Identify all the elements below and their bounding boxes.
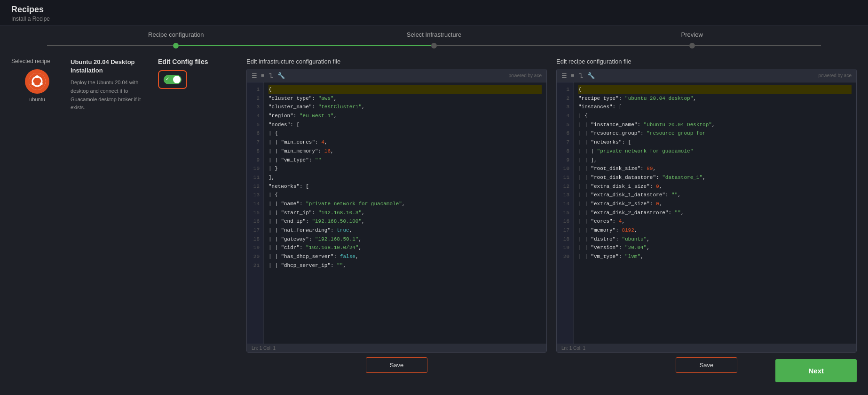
code-line: | | "gateway": "192.168.50.1", bbox=[268, 235, 542, 244]
page-title: Recipes bbox=[11, 5, 857, 15]
wrench-icon-2[interactable]: 🔧 bbox=[587, 72, 595, 79]
code-line: | | "resource_group": "resource group fo… bbox=[578, 129, 852, 138]
code-line: | | "extra_disk_1_datastore": "", bbox=[578, 191, 852, 200]
recipe-toolbar: ☰ ≡ ⇅ 🔧 powered by ace bbox=[557, 69, 856, 82]
code-line: | } bbox=[268, 164, 542, 173]
recipe-save-button[interactable]: Save bbox=[676, 357, 738, 373]
code-line: | | "instance_name": "Ubuntu 20.04 Deskt… bbox=[578, 121, 852, 129]
recipe-info-section: Ubuntu 20.04 Desktop installation Deploy… bbox=[71, 58, 150, 373]
breadcrumb: Install a Recipe bbox=[11, 16, 857, 22]
sort-icon-2[interactable]: ⇅ bbox=[578, 72, 584, 79]
infra-code-editor[interactable]: ☰ ≡ ⇅ 🔧 powered by ace 12345678910111213… bbox=[246, 69, 547, 353]
code-line: | | "extra_disk_2_datastrore": "", bbox=[578, 209, 852, 218]
step-1-right-line bbox=[179, 45, 305, 46]
align-center-icon-2[interactable]: ≡ bbox=[571, 72, 575, 79]
selected-recipe-section: Selected recipe ubuntu bbox=[11, 58, 63, 373]
align-left-icon[interactable]: ☰ bbox=[252, 72, 257, 79]
code-line: | | "dhcp_server_ip": "", bbox=[268, 261, 542, 270]
recipe-title: Ubuntu 20.04 Desktop installation bbox=[71, 58, 150, 75]
code-line: | | "min_memory": 16, bbox=[268, 147, 542, 156]
step-2-label: Select Infrastructure bbox=[407, 31, 461, 38]
align-center-icon[interactable]: ≡ bbox=[261, 72, 265, 79]
infra-toolbar: ☰ ≡ ⇅ 🔧 powered by ace bbox=[247, 69, 546, 82]
recipe-code-content[interactable]: { "recipe_type": "ubuntu_20.04_desktop",… bbox=[574, 82, 856, 344]
recipe-code-editor[interactable]: ☰ ≡ ⇅ 🔧 powered by ace 12345678910111213… bbox=[556, 69, 857, 353]
code-line: | | "has_dhcp_server": false, bbox=[268, 252, 542, 261]
code-line: | | "extra_disk_1_size": 0, bbox=[578, 182, 852, 191]
step-3-label: Preview bbox=[681, 31, 703, 38]
code-line: "instances": [ bbox=[578, 103, 852, 112]
step-1-label: Recipe configuration bbox=[148, 31, 204, 38]
code-line: | | "cores": 4, bbox=[578, 217, 852, 226]
step-2-dot bbox=[431, 43, 437, 48]
next-btn-container: Next bbox=[775, 359, 857, 382]
code-line: | | "vm_type": "" bbox=[268, 156, 542, 165]
infra-code-content[interactable]: { "cluster_type": "aws", "cluster_name":… bbox=[264, 82, 546, 344]
edit-config-box: ✓ bbox=[158, 70, 187, 89]
recipe-name: ubuntu bbox=[29, 97, 45, 102]
align-left-icon-2[interactable]: ☰ bbox=[561, 72, 567, 79]
sort-icon[interactable]: ⇅ bbox=[268, 72, 274, 79]
config-toggle-section: Edit Config files ✓ bbox=[158, 58, 233, 373]
edit-config-toggle[interactable]: ✓ bbox=[164, 75, 181, 84]
infra-editor-title: Edit infrastructure configuration file bbox=[246, 58, 547, 65]
infra-line-numbers: 123456789101112131415161718192021 bbox=[247, 82, 264, 344]
code-line: | { bbox=[268, 191, 542, 200]
step-3-dot bbox=[689, 43, 695, 48]
code-line: | | "start_ip": "192.168.10.3", bbox=[268, 209, 542, 218]
recipe-description: Deploy the Ubuntu 20.04 with desktop and… bbox=[71, 79, 150, 112]
recipe-powered-by: powered by ace bbox=[818, 73, 852, 78]
code-line: { bbox=[578, 85, 852, 94]
wrench-icon[interactable]: 🔧 bbox=[277, 72, 285, 79]
step-1-left-line bbox=[47, 45, 173, 46]
code-line: | | "nat_forwarding": true, bbox=[268, 226, 542, 235]
step-2-right-line bbox=[437, 45, 563, 46]
code-line: | { bbox=[578, 112, 852, 121]
recipe-icon-inner bbox=[29, 73, 46, 90]
code-line: | | "vm_type": "lvm", bbox=[578, 252, 852, 261]
code-line: | | "version": "20.04", bbox=[578, 243, 852, 252]
step-select-infrastructure: Select Infrastructure bbox=[305, 31, 563, 48]
infra-editor-status: Ln: 1 Col: 1 bbox=[247, 344, 546, 352]
recipe-editor-status: Ln: 1 Col: 1 bbox=[557, 344, 856, 352]
steps-bar: Recipe configuration Select Infrastructu… bbox=[0, 25, 868, 48]
code-line: | { bbox=[268, 129, 542, 138]
code-line: "region": "eu-west-1", bbox=[268, 112, 542, 121]
recipe-icon bbox=[25, 69, 49, 94]
infra-toolbar-left: ☰ ≡ ⇅ 🔧 bbox=[252, 72, 285, 79]
svg-point-4 bbox=[40, 82, 43, 85]
next-button[interactable]: Next bbox=[775, 359, 857, 382]
step-preview: Preview bbox=[563, 31, 821, 48]
code-line: | | | "private network for guacamole" bbox=[578, 147, 852, 156]
code-line: | | "root_disk_size": 80, bbox=[578, 164, 852, 173]
code-line: "cluster_type": "aws", bbox=[268, 94, 542, 103]
step-2-left-line bbox=[305, 45, 431, 46]
step-3-left-line bbox=[563, 45, 689, 46]
step-3-right-line bbox=[695, 45, 821, 46]
editors-area: Edit infrastructure configuration file ☰… bbox=[246, 58, 857, 373]
code-line: | | "distro": "ubuntu", bbox=[578, 235, 852, 244]
step-1-dot bbox=[173, 43, 179, 48]
code-line: "nodes": [ bbox=[268, 121, 542, 129]
code-line: | | "end_ip": "192.168.50.100", bbox=[268, 217, 542, 226]
code-line: "networks": [ bbox=[268, 182, 542, 191]
infra-editor-panel: Edit infrastructure configuration file ☰… bbox=[246, 58, 547, 373]
left-panel: Selected recipe ubuntu bbox=[11, 58, 237, 373]
recipe-editor-body: 1234567891011121314151617181920 { "recip… bbox=[557, 82, 856, 344]
infra-save-btn-row: Save bbox=[246, 357, 547, 373]
recipe-icon-container: ubuntu bbox=[11, 69, 63, 102]
code-line: | | "root_disk_datastore": "datastore_1"… bbox=[578, 173, 852, 182]
code-line: "recipe_type": "ubuntu_20.04_desktop", bbox=[578, 94, 852, 103]
code-line: ], bbox=[268, 173, 542, 182]
code-line: | | "networks": [ bbox=[578, 138, 852, 147]
edit-config-label: Edit Config files bbox=[158, 58, 233, 65]
infra-save-button[interactable]: Save bbox=[366, 357, 428, 373]
recipe-line-numbers: 1234567891011121314151617181920 bbox=[557, 82, 574, 344]
code-line: | | "memory": 8192, bbox=[578, 226, 852, 235]
code-line: { bbox=[268, 85, 542, 94]
code-line: | | "extra_disk_2_size": 0, bbox=[578, 200, 852, 209]
code-line: | | "cidr": "192.168.10.0/24", bbox=[268, 243, 542, 252]
code-line: | | "min_cores": 4, bbox=[268, 138, 542, 147]
recipe-editor-panel: Edit recipe configuration file ☰ ≡ ⇅ 🔧 p… bbox=[556, 58, 857, 373]
code-line: | | "name": "private network for guacamo… bbox=[268, 200, 542, 209]
